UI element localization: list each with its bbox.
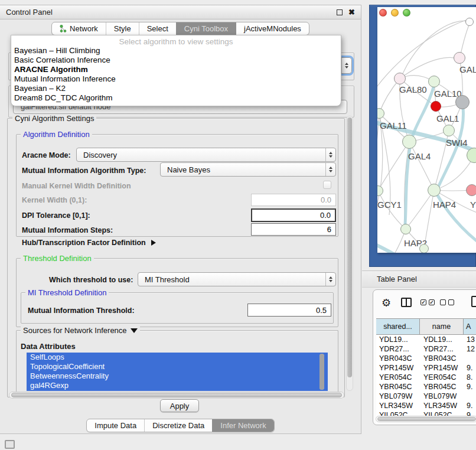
table-cell[interactable]: YBR045C bbox=[420, 382, 464, 392]
network-canvas[interactable]: GALGAL80GAL10GAL1SWI4GAL11GAL4GCY1HAP4YH… bbox=[377, 7, 476, 253]
table-cell[interactable]: YBL079W bbox=[420, 392, 464, 401]
window-minimize-icon[interactable] bbox=[391, 9, 399, 17]
algorithm-option[interactable]: Basic Correlation Inference bbox=[11, 56, 341, 65]
table-cell[interactable]: 9. bbox=[464, 363, 476, 373]
tab-cyni-toolbox[interactable]: Cyni Toolbox bbox=[176, 22, 236, 35]
table-cell[interactable]: YER054C bbox=[376, 373, 420, 382]
network-node[interactable] bbox=[419, 244, 429, 253]
table-horizontal-scrollbar[interactable] bbox=[376, 416, 476, 422]
network-view-window[interactable]: GALGAL80GAL10GAL1SWI4GAL11GAL4GCY1HAP4YH… bbox=[369, 5, 476, 267]
table-cell[interactable]: YPR145W bbox=[420, 363, 464, 373]
table-row[interactable]: YER054CYER054C8. bbox=[376, 373, 476, 382]
sources-group-title[interactable]: Sources for Network Inference bbox=[21, 326, 140, 335]
export-table-icon[interactable] bbox=[471, 296, 476, 307]
table-cell[interactable]: 9. bbox=[464, 401, 476, 410]
tab-network[interactable]: Network bbox=[52, 22, 106, 35]
table-row[interactable]: YDR27...YDR27...12 bbox=[376, 344, 476, 354]
network-node-gal10[interactable] bbox=[428, 76, 440, 87]
table-cell[interactable]: 12 bbox=[464, 344, 476, 354]
data-attribute-item[interactable]: BetweennessCentrality bbox=[27, 371, 328, 381]
network-node-hap4[interactable] bbox=[428, 184, 441, 197]
attributes-scrollbar[interactable] bbox=[319, 354, 324, 390]
table-row[interactable]: YBR045CYBR045C9. bbox=[376, 382, 476, 392]
table-cell[interactable]: YDL19... bbox=[376, 335, 420, 344]
network-node[interactable] bbox=[431, 101, 441, 112]
mi-steps-field[interactable]: 6 bbox=[251, 223, 336, 236]
algorithm-option[interactable]: Dream8 DC_TDC Algorithm bbox=[11, 93, 341, 103]
algorithm-option[interactable]: Bayesian – Hill Climbing bbox=[11, 46, 341, 56]
apply-button[interactable]: Apply bbox=[160, 399, 199, 412]
data-attribute-item[interactable]: TopologicalCoefficient bbox=[27, 362, 328, 371]
tab-select-label: Select bbox=[147, 24, 168, 33]
table-cell[interactable] bbox=[464, 392, 476, 401]
gear-icon[interactable]: ⚙ bbox=[382, 297, 391, 309]
network-node[interactable] bbox=[465, 18, 474, 26]
window-close-icon[interactable] bbox=[379, 9, 387, 17]
mi-algorithm-type-combo[interactable]: Naive Bayes bbox=[160, 162, 336, 177]
table-cell[interactable]: YBL079W bbox=[376, 392, 420, 401]
table-cell[interactable]: YDR27... bbox=[376, 344, 420, 354]
settings-vertical-scrollbar[interactable] bbox=[346, 116, 353, 391]
column-header-shared-name[interactable]: shared... bbox=[376, 319, 420, 334]
network-node-gal80[interactable] bbox=[394, 73, 406, 84]
data-attribute-item[interactable]: gal4RGexp bbox=[27, 381, 328, 390]
aracne-mode-combo[interactable]: Discovery bbox=[76, 148, 336, 162]
table-cell[interactable]: YER054C bbox=[420, 373, 464, 382]
dpi-tolerance-field[interactable]: 0.0 bbox=[251, 208, 336, 222]
tab-select[interactable]: Select bbox=[139, 22, 176, 35]
table-row[interactable]: YDL19...YDL19...13 bbox=[376, 335, 476, 344]
algorithm-option[interactable]: Mutual Information Inference bbox=[11, 74, 341, 84]
table-cell[interactable] bbox=[464, 354, 476, 363]
network-node-hap2[interactable] bbox=[400, 224, 411, 234]
table-body: YDL19...YDL19...13YDR27...YDR27...12YBR0… bbox=[376, 335, 476, 425]
column-header-name[interactable]: name bbox=[420, 319, 464, 334]
tab-infer-network[interactable]: Infer Network bbox=[212, 419, 273, 432]
network-node-swi4[interactable] bbox=[443, 125, 455, 136]
tab-jactivemnodules[interactable]: jActiveMNodules bbox=[236, 22, 309, 35]
manual-kernel-checkbox[interactable] bbox=[323, 181, 331, 189]
algorithm-option[interactable]: Bayesian – K2 bbox=[11, 84, 341, 93]
collapsed-panel-icon[interactable] bbox=[5, 440, 15, 449]
mi-threshold-label: Mutual Information Threshold: bbox=[28, 306, 135, 315]
table-row[interactable]: YPR145WYPR145W9. bbox=[376, 363, 476, 373]
table-cell[interactable]: YBR043C bbox=[376, 354, 420, 363]
table-cell[interactable]: YBR043C bbox=[420, 354, 464, 363]
tab-impute-data[interactable]: Impute Data bbox=[87, 419, 144, 432]
algorithm-option[interactable]: ARACNE Algorithm bbox=[11, 65, 341, 74]
table-row[interactable]: YBR043CYBR043C bbox=[376, 354, 476, 363]
column-header-partial[interactable]: A bbox=[464, 319, 476, 334]
table-cell[interactable]: YLR345W bbox=[420, 401, 464, 410]
hub-definition-toggle[interactable]: Hub/Transcription Factor Definition bbox=[22, 239, 156, 247]
tab-discretize-data-label: Discretize Data bbox=[152, 421, 204, 430]
table-row[interactable]: YBL079WYBL079W bbox=[376, 392, 476, 401]
close-panel-icon[interactable]: ✖ bbox=[348, 9, 355, 15]
network-node-y[interactable] bbox=[466, 184, 476, 196]
table-cell[interactable]: YDL19... bbox=[420, 335, 464, 344]
columns-icon[interactable] bbox=[401, 298, 412, 307]
table-cell[interactable]: YLR345W bbox=[376, 401, 420, 410]
tab-discretize-data[interactable]: Discretize Data bbox=[144, 419, 212, 432]
kernel-width-field[interactable]: 0.0 bbox=[251, 194, 336, 206]
table-cell[interactable]: 8. bbox=[464, 373, 476, 382]
table-cell[interactable]: YDR27... bbox=[420, 344, 464, 354]
float-panel-icon[interactable] bbox=[337, 9, 343, 15]
network-node-label: GCY1 bbox=[377, 200, 402, 210]
network-node-gal4[interactable] bbox=[402, 135, 416, 149]
which-threshold-combo[interactable]: MI Threshold bbox=[138, 272, 336, 286]
select-all-checkboxes-icon[interactable]: ✓✓ bbox=[420, 299, 435, 305]
network-node-gal[interactable] bbox=[454, 52, 465, 64]
table-cell[interactable]: 9. bbox=[464, 382, 476, 392]
combo-stepper-icon bbox=[325, 163, 335, 176]
window-zoom-icon[interactable] bbox=[403, 9, 410, 17]
network-node[interactable] bbox=[455, 95, 470, 109]
settings-horizontal-scrollbar[interactable] bbox=[9, 392, 344, 399]
data-attribute-item[interactable]: SelfLoops bbox=[27, 353, 328, 362]
deselect-all-checkboxes-icon[interactable] bbox=[440, 299, 454, 305]
data-attributes-list: SelfLoopsTopologicalCoefficientBetweenne… bbox=[27, 353, 328, 391]
table-cell[interactable]: YPR145W bbox=[376, 363, 420, 373]
mi-threshold-field[interactable]: 0.5 bbox=[247, 304, 331, 317]
table-row[interactable]: YLR345WYLR345W9. bbox=[376, 401, 476, 410]
table-cell[interactable]: YBR045C bbox=[376, 382, 420, 392]
tab-style[interactable]: Style bbox=[106, 22, 139, 35]
table-cell[interactable]: 13 bbox=[464, 335, 476, 344]
